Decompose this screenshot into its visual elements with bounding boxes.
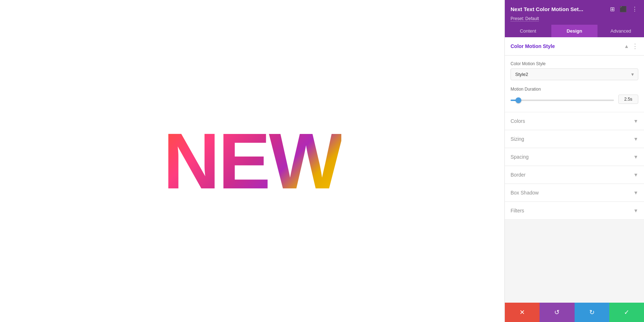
cancel-icon: ✕ [519,308,525,316]
canvas-text: NEW [163,122,341,201]
expand-icon[interactable]: ⊞ [609,5,615,13]
panel-title: Next Text Color Motion Set... [511,6,609,12]
colors-section: Colors ▼ [505,112,644,130]
section-controls: ▲ ⋮ [624,42,638,50]
spacing-chevron-icon: ▼ [633,154,638,160]
resize-icon[interactable]: ⬛ [619,5,628,13]
color-motion-style-content: Color Motion Style Style2 Style1 Style3 … [505,56,644,112]
motion-duration-value: 2.5s [618,95,638,104]
tab-content[interactable]: Content [505,25,551,37]
redo-icon: ↻ [589,308,595,316]
slider-wrapper [511,96,614,102]
save-icon: ✓ [624,308,629,316]
panel-header: Next Text Color Motion Set... ⊞ ⬛ ⋮ Pres… [505,0,644,25]
color-motion-style-header[interactable]: Color Motion Style ▲ ⋮ [505,37,644,56]
canvas-area: NEW [0,0,504,322]
border-header[interactable]: Border ▼ [505,166,644,184]
undo-button[interactable]: ↺ [540,303,574,322]
undo-icon: ↺ [554,308,560,316]
section-more-icon[interactable]: ⋮ [632,42,638,50]
colors-chevron-icon: ▼ [633,118,638,124]
filters-header[interactable]: Filters ▼ [505,202,644,220]
filters-label: Filters [511,208,524,213]
panel-title-icons: ⊞ ⬛ ⋮ [609,5,638,13]
border-chevron-icon: ▼ [633,172,638,178]
filters-section: Filters ▼ [505,202,644,220]
colors-header[interactable]: Colors ▼ [505,112,644,130]
panel-tabs: Content Design Advanced [505,25,644,37]
panel-preset: Preset: Default [511,16,638,21]
tab-design[interactable]: Design [551,25,598,37]
style-select[interactable]: Style2 Style1 Style3 [511,68,638,80]
box-shadow-chevron-icon: ▼ [633,190,638,196]
preset-label[interactable]: Preset: Default [511,16,539,21]
spacing-header[interactable]: Spacing ▼ [505,148,644,166]
spacing-label: Spacing [511,154,529,160]
sizing-header[interactable]: Sizing ▼ [505,130,644,148]
motion-duration-label: Motion Duration [511,87,638,92]
motion-duration-slider[interactable] [511,100,614,101]
motion-duration-row: 2.5s [511,95,638,104]
tab-advanced[interactable]: Advanced [597,25,644,37]
sizing-label: Sizing [511,136,524,142]
border-section: Border ▼ [505,166,644,184]
color-motion-style-section: Color Motion Style ▲ ⋮ Color Motion Styl… [505,37,644,112]
style-select-wrapper: Style2 Style1 Style3 ▼ [511,68,638,80]
chevron-up-icon: ▲ [624,43,629,49]
box-shadow-header[interactable]: Box Shadow ▼ [505,184,644,202]
cancel-button[interactable]: ✕ [505,303,540,322]
color-motion-style-title: Color Motion Style [511,43,555,49]
panel-body: Color Motion Style ▲ ⋮ Color Motion Styl… [505,37,644,303]
border-label: Border [511,172,526,178]
bottom-toolbar: ✕ ↺ ↻ ✓ [505,303,644,322]
box-shadow-section: Box Shadow ▼ [505,184,644,202]
box-shadow-label: Box Shadow [511,190,539,196]
spacing-section: Spacing ▼ [505,148,644,166]
colors-label: Colors [511,118,525,124]
sizing-section: Sizing ▼ [505,130,644,148]
style-field-label: Color Motion Style [511,61,638,66]
filters-chevron-icon: ▼ [633,208,638,213]
sizing-chevron-icon: ▼ [633,136,638,142]
more-options-icon[interactable]: ⋮ [631,5,638,13]
save-button[interactable]: ✓ [609,303,644,322]
redo-button[interactable]: ↻ [575,303,609,322]
right-panel: Next Text Color Motion Set... ⊞ ⬛ ⋮ Pres… [504,0,644,322]
